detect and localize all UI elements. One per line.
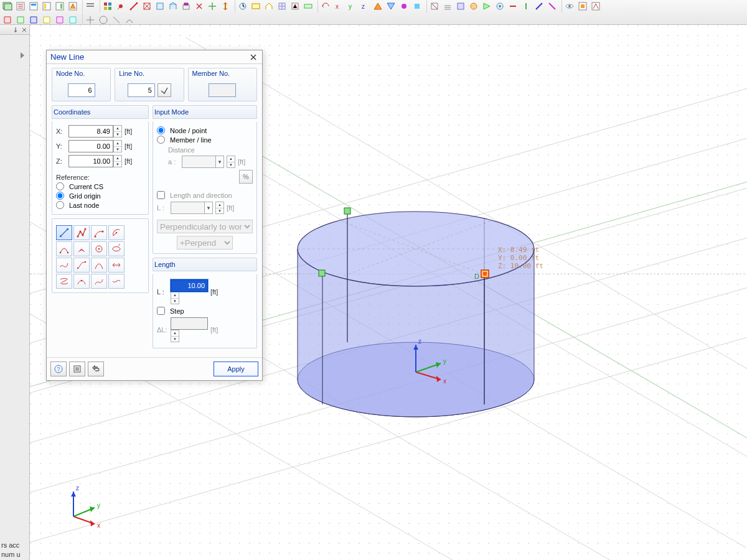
- toolbar-icon[interactable]: [454, 0, 467, 12]
- polyline-tool[interactable]: [73, 225, 90, 240]
- length-and-direction-check[interactable]: Length and direction: [157, 191, 253, 199]
- ellipse-tool[interactable]: [108, 241, 125, 256]
- toolbar-icon[interactable]: [154, 0, 166, 12]
- toolbar-icon[interactable]: [167, 0, 179, 12]
- curve-fit-tool[interactable]: [91, 274, 107, 289]
- toolbar-icon[interactable]: [520, 0, 532, 12]
- toolbar-icon[interactable]: [193, 0, 205, 12]
- toolbar-icon[interactable]: [180, 0, 192, 12]
- svg-rect-22: [184, 3, 188, 5]
- collapse-arrow-icon[interactable]: [21, 52, 27, 58]
- toolbar-icon[interactable]: [14, 14, 27, 26]
- toolbar-icon[interactable]: [27, 14, 40, 26]
- toolbar-icon[interactable]: [27, 0, 40, 12]
- toolbar-icon[interactable]: [263, 0, 275, 12]
- toolbar-icon[interactable]: z: [359, 0, 371, 12]
- input-mode-node-point[interactable]: Node / point: [157, 126, 253, 134]
- undo-button[interactable]: [88, 362, 104, 376]
- details-button[interactable]: [69, 362, 85, 376]
- reference-last-node[interactable]: Last node: [56, 201, 144, 209]
- node-no-input[interactable]: [68, 83, 95, 97]
- toolbar-icon[interactable]: [84, 14, 96, 26]
- arc-center-tool[interactable]: [108, 225, 125, 240]
- toolbar-icon[interactable]: [590, 0, 602, 12]
- nurbs-tool[interactable]: [73, 258, 90, 273]
- toolbar-icon[interactable]: [40, 0, 53, 12]
- toolbar-icon[interactable]: [467, 0, 480, 12]
- toolbar-icon[interactable]: [67, 0, 79, 12]
- free-line-tool[interactable]: [108, 274, 125, 289]
- toolbar-icon[interactable]: [276, 0, 288, 12]
- toolbar-icon[interactable]: [219, 0, 232, 12]
- circle-tool[interactable]: [91, 241, 107, 256]
- toolbar-icon[interactable]: x: [332, 0, 345, 12]
- close-icon[interactable]: [21, 26, 28, 34]
- length-L-input[interactable]: [171, 279, 208, 292]
- apply-button[interactable]: Apply: [214, 362, 258, 376]
- toolbar-icon[interactable]: [84, 0, 96, 12]
- toolbar-icon[interactable]: [441, 0, 454, 12]
- toolbar-icon[interactable]: [319, 0, 332, 12]
- reference-grid-origin[interactable]: Grid origin: [56, 192, 144, 200]
- toolbar-icon[interactable]: y: [345, 0, 358, 12]
- line-on-surface-tool[interactable]: [56, 274, 72, 289]
- close-icon[interactable]: [248, 52, 258, 62]
- toolbar-icon[interactable]: [507, 0, 519, 12]
- toolbar-icon[interactable]: [123, 14, 136, 26]
- input-mode-member-line[interactable]: Member / line: [157, 136, 253, 144]
- toolbar-icon[interactable]: [494, 0, 506, 12]
- toolbar-icon[interactable]: [372, 0, 384, 12]
- toolbar-icon[interactable]: [576, 0, 589, 12]
- toolbar-icon[interactable]: [385, 0, 397, 12]
- arc-angle-tool[interactable]: [73, 241, 90, 256]
- svg-point-96: [85, 228, 87, 230]
- toolbar-icon[interactable]: [546, 0, 558, 12]
- toolbar-icon[interactable]: [40, 14, 53, 26]
- arc-tangent-tool[interactable]: [56, 241, 72, 256]
- toolbar-icon[interactable]: [54, 0, 66, 12]
- toolbar-icon[interactable]: [428, 0, 441, 12]
- cut-line-tool[interactable]: [73, 274, 90, 289]
- parabola-tool[interactable]: [91, 258, 107, 273]
- toolbar-icon[interactable]: [1, 14, 14, 26]
- toolbar-icon[interactable]: [289, 0, 301, 12]
- toolbar-icon[interactable]: [411, 0, 423, 12]
- coord-readout-z: Z: 10.00 ft: [498, 262, 543, 270]
- length-L-label: L :: [157, 288, 168, 296]
- spinner[interactable]: ▲▼: [171, 292, 179, 304]
- toolbar-icon[interactable]: [1, 0, 14, 12]
- reference-current-cs[interactable]: Current CS: [56, 182, 144, 190]
- toolbar-icon[interactable]: [302, 0, 314, 12]
- toolbar-icon[interactable]: [110, 14, 123, 26]
- toolbar-icon[interactable]: [67, 14, 79, 26]
- line-single-tool[interactable]: [56, 225, 72, 240]
- coord-z-input[interactable]: [68, 155, 113, 167]
- pick-line-button[interactable]: [157, 83, 171, 97]
- spinner[interactable]: ▲▼: [113, 140, 122, 152]
- coord-y-input[interactable]: [68, 140, 113, 152]
- toolbar-icon[interactable]: [14, 0, 27, 12]
- toolbar-icon[interactable]: [250, 0, 262, 12]
- step-check[interactable]: Step: [157, 307, 253, 315]
- arc-3pt-tool[interactable]: [91, 225, 107, 240]
- toolbar-icon[interactable]: [563, 0, 576, 12]
- toolbar-icon[interactable]: [54, 14, 66, 26]
- coord-x-input[interactable]: [68, 125, 113, 138]
- spinner[interactable]: ▲▼: [113, 155, 122, 167]
- toolbar-icon[interactable]: [533, 0, 545, 12]
- toolbar-icon[interactable]: [97, 14, 110, 26]
- toolbar-icon[interactable]: [101, 0, 114, 12]
- toolbar-icon[interactable]: [115, 0, 127, 12]
- line-no-input[interactable]: [128, 83, 155, 97]
- toolbar-icon[interactable]: [141, 0, 153, 12]
- toolbar-icon[interactable]: [398, 0, 410, 12]
- pin-icon[interactable]: [12, 26, 19, 34]
- trajectory-tool[interactable]: [108, 258, 125, 273]
- toolbar-icon[interactable]: [128, 0, 140, 12]
- toolbar-icon[interactable]: [237, 0, 249, 12]
- toolbar-icon[interactable]: [481, 0, 493, 12]
- spinner[interactable]: ▲▼: [113, 125, 122, 138]
- help-button[interactable]: ?: [50, 362, 67, 376]
- spline-tool[interactable]: [56, 258, 72, 273]
- toolbar-icon[interactable]: [206, 0, 218, 12]
